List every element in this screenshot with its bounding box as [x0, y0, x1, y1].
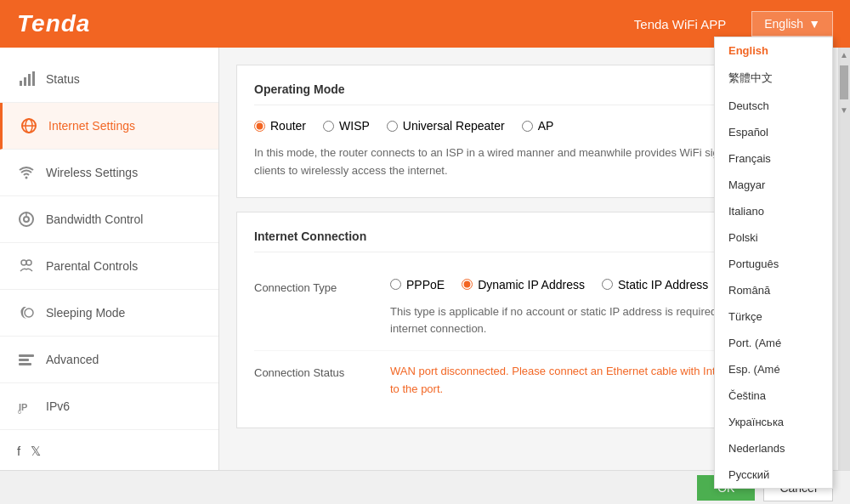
mode-wisp-radio[interactable] [323, 121, 334, 132]
mode-router-radio[interactable] [254, 121, 265, 132]
lang-menu-item-tr[interactable]: Türkçe [715, 303, 832, 330]
type-dynamic-ip-label: Dynamic IP Address [478, 278, 585, 292]
connection-type-label: Connection Type [254, 278, 390, 294]
wireless-settings-icon [17, 163, 36, 182]
header: Tenda Tenda WiFi APP English ▼ English繁體… [0, 0, 850, 48]
language-button[interactable]: English ▼ [751, 11, 833, 37]
header-right: Tenda WiFi APP English ▼ English繁體中文Deut… [634, 11, 833, 37]
svg-point-11 [21, 260, 26, 265]
app-name: Tenda WiFi APP [634, 17, 726, 31]
sidebar-item-label-wireless-settings: Wireless Settings [46, 166, 138, 179]
svg-rect-3 [32, 71, 35, 86]
sidebar-item-sleeping-mode[interactable]: Sleeping Mode [0, 290, 218, 337]
language-menu: English繁體中文DeutschEspañolFrançaisMagyarI… [714, 37, 833, 489]
svg-rect-15 [19, 359, 29, 361]
mode-ap-label: AP [538, 119, 554, 133]
svg-point-7 [26, 177, 28, 179]
sidebar-item-advanced[interactable]: Advanced [0, 337, 218, 383]
mode-wisp[interactable]: WISP [323, 119, 370, 133]
lang-menu-item-fr[interactable]: Français [715, 145, 832, 172]
language-label: English [764, 17, 803, 31]
svg-rect-0 [20, 81, 22, 86]
advanced-icon [17, 350, 36, 369]
sidebar-item-label-status: Status [46, 72, 80, 86]
sidebar-item-parental-controls[interactable]: Parental Controls [0, 243, 218, 290]
mode-ap-radio[interactable] [522, 121, 533, 132]
sidebar-item-bandwidth-control[interactable]: Bandwidth Control [0, 196, 218, 243]
lang-menu-item-nl[interactable]: Nederlands [715, 435, 832, 462]
facebook-icon[interactable]: f [17, 444, 20, 459]
sidebar-item-status[interactable]: Status [0, 56, 218, 103]
lang-menu-item-en[interactable]: English [715, 37, 832, 64]
sidebar-item-wireless-settings[interactable]: Wireless Settings [0, 150, 218, 196]
lang-menu-item-uk[interactable]: Українська [715, 409, 832, 435]
sidebar-items: StatusInternet SettingsWireless Settings… [0, 56, 218, 430]
svg-point-13 [25, 309, 33, 317]
scroll-thumb[interactable] [840, 65, 848, 99]
sidebar-social: f 𝕏 [0, 430, 218, 473]
bandwidth-control-icon [17, 210, 36, 229]
sidebar-item-internet-settings[interactable]: Internet Settings [0, 103, 218, 150]
type-pppoe-radio[interactable] [390, 279, 401, 290]
mode-router[interactable]: Router [254, 119, 306, 133]
sidebar-item-label-advanced: Advanced [46, 353, 99, 366]
sidebar: StatusInternet SettingsWireless Settings… [0, 48, 219, 470]
sidebar-item-ipv6[interactable]: IP6IPv6 [0, 383, 218, 430]
mode-universal-repeater-label: Universal Repeater [403, 119, 505, 133]
sidebar-item-label-parental-controls: Parental Controls [46, 259, 138, 273]
lang-menu-item-cs[interactable]: Čeština [715, 382, 832, 409]
type-dynamic-ip-radio[interactable] [462, 279, 473, 290]
mode-universal-repeater[interactable]: Universal Repeater [387, 119, 505, 133]
type-static-ip-radio[interactable] [602, 279, 613, 290]
lang-menu-item-es_am[interactable]: Esp. (Amé [715, 356, 832, 382]
sidebar-item-label-bandwidth-control: Bandwidth Control [46, 212, 143, 226]
lang-menu-item-it[interactable]: Italiano [715, 198, 832, 224]
type-pppoe-label: PPPoE [406, 278, 445, 292]
lang-menu-item-es[interactable]: Español [715, 119, 832, 145]
ipv6-icon: IP6 [17, 397, 36, 416]
lang-menu-item-pl[interactable]: Polski [715, 224, 832, 251]
svg-rect-1 [24, 77, 26, 86]
dropdown-arrow-icon: ▼ [808, 17, 820, 31]
scroll-down-icon[interactable]: ▼ [837, 103, 850, 117]
lang-menu-item-ru[interactable]: Русский [715, 462, 832, 488]
mode-universal-repeater-radio[interactable] [387, 121, 398, 132]
scrollbar[interactable]: ▲ ▼ [838, 48, 850, 470]
twitter-icon[interactable]: 𝕏 [31, 444, 41, 459]
lang-menu-item-hu[interactable]: Magyar [715, 172, 832, 198]
svg-point-12 [26, 260, 31, 265]
mode-wisp-label: WISP [339, 119, 370, 133]
lang-menu-item-pt_am[interactable]: Port. (Amé [715, 330, 832, 356]
mode-router-label: Router [270, 119, 306, 133]
svg-rect-2 [28, 74, 31, 86]
logo: Tenda [17, 10, 90, 37]
sleeping-mode-icon [17, 303, 36, 322]
sidebar-item-label-internet-settings: Internet Settings [48, 119, 135, 133]
sidebar-item-label-sleeping-mode: Sleeping Mode [46, 306, 125, 320]
svg-point-9 [24, 217, 29, 222]
language-dropdown[interactable]: English ▼ English繁體中文DeutschEspañolFranç… [751, 11, 833, 37]
lang-menu-item-pt[interactable]: Português [715, 251, 832, 277]
scroll-up-icon[interactable]: ▲ [837, 48, 850, 62]
lang-menu-item-ro[interactable]: Română [715, 277, 832, 303]
type-pppoe[interactable]: PPPoE [390, 278, 445, 292]
parental-controls-icon [17, 257, 36, 275]
status-icon [17, 70, 36, 88]
svg-rect-16 [19, 363, 31, 365]
svg-text:6: 6 [18, 409, 21, 415]
svg-rect-14 [19, 354, 34, 357]
lang-menu-item-zh[interactable]: 繁體中文 [715, 64, 832, 93]
type-static-ip[interactable]: Static IP Address [602, 278, 708, 292]
sidebar-item-label-ipv6: IPv6 [46, 399, 70, 413]
type-dynamic-ip[interactable]: Dynamic IP Address [462, 278, 585, 292]
lang-menu-item-de[interactable]: Deutsch [715, 93, 832, 119]
mode-ap[interactable]: AP [522, 119, 554, 133]
type-static-ip-label: Static IP Address [618, 278, 708, 292]
connection-status-label: Connection Status [254, 363, 390, 379]
internet-settings-icon [20, 116, 38, 135]
